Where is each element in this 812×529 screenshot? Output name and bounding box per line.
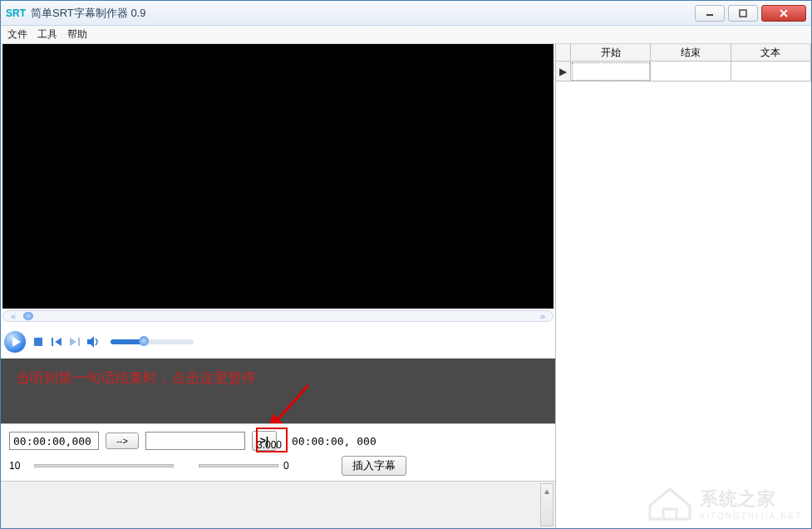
maximize-icon [739,9,747,17]
col-text[interactable]: 文本 [731,44,811,61]
seek-left-icon: « [7,311,20,321]
scroll-up-icon: ▲ [541,484,553,497]
minimize-icon [706,9,714,17]
row-header-spacer [556,44,571,61]
prev-icon [52,338,62,346]
start-time-input[interactable] [9,432,99,450]
svg-rect-9 [78,338,80,346]
svg-marker-4 [12,337,21,347]
speaker-icon [87,336,99,348]
next-button[interactable] [69,336,81,348]
menu-help[interactable]: 帮助 [67,27,87,42]
subtitle-preview-area: 当听到第一句话结束时，点击这里暂停 [1,358,555,423]
col-start[interactable]: 开始 [571,44,651,61]
timing-panel: --> >| 00:00:00, 000 10 3.000 0 插入字幕 [1,423,555,481]
table-row[interactable]: ▶ [556,62,811,82]
menu-file[interactable]: 文件 [7,27,27,42]
vertical-scrollbar[interactable]: ▲ [540,483,554,527]
cell-end[interactable] [651,62,731,82]
close-icon [779,8,789,18]
row-marker-icon: ▶ [556,62,571,82]
app-icon: SRT [6,7,26,19]
titlebar: SRT 简单SRT字幕制作器 0.9 [1,1,811,26]
cell-text[interactable] [731,62,811,82]
video-area: « » [1,44,555,358]
col-end[interactable]: 结束 [651,44,731,61]
maximize-button[interactable] [728,5,758,22]
annotation-text: 当听到第一句话结束时，点击这里暂停 [16,370,256,386]
waveform-area: ▲ [1,481,555,528]
play-button[interactable] [4,331,26,353]
svg-rect-1 [740,10,746,17]
end-time-display: 00:00:00, 000 [292,435,376,447]
volume-thumb[interactable] [139,336,149,346]
player-controls [4,329,552,355]
seek-right-icon: » [536,311,549,321]
arrow-separator-button[interactable]: --> [106,433,139,449]
speed-value: 0 [283,460,320,472]
svg-rect-7 [52,338,53,346]
menubar: 文件 工具 帮助 [1,26,811,44]
svg-rect-5 [34,338,42,346]
cell-start[interactable] [571,62,651,82]
play-icon [12,337,21,347]
svg-marker-10 [87,336,94,348]
offset-value: 3.000 [257,439,293,451]
minimize-button[interactable] [695,5,725,22]
window-title: 简单SRT字幕制作器 0.9 [31,6,691,21]
svg-marker-6 [55,338,62,346]
volume-button[interactable] [87,336,99,348]
video-screen[interactable] [2,44,554,309]
offset-slider[interactable] [34,464,174,467]
stop-icon [34,338,42,346]
slider-a-min: 10 [9,460,29,472]
table-header: 开始 结束 文本 [556,44,811,62]
insert-subtitle-button[interactable]: 插入字幕 [342,456,406,476]
video-seek-bar[interactable]: « » [2,310,554,325]
seek-thumb[interactable] [23,312,33,320]
subtitle-text-input[interactable] [145,432,245,450]
menu-tools[interactable]: 工具 [37,27,57,42]
speed-slider[interactable] [199,464,278,467]
subtitle-table: 开始 结束 文本 ▶ [556,44,811,528]
prev-button[interactable] [51,336,62,348]
stop-button[interactable] [32,336,44,348]
volume-slider[interactable] [111,339,194,344]
close-button[interactable] [761,5,806,22]
svg-marker-8 [70,338,76,346]
next-icon [70,338,80,346]
